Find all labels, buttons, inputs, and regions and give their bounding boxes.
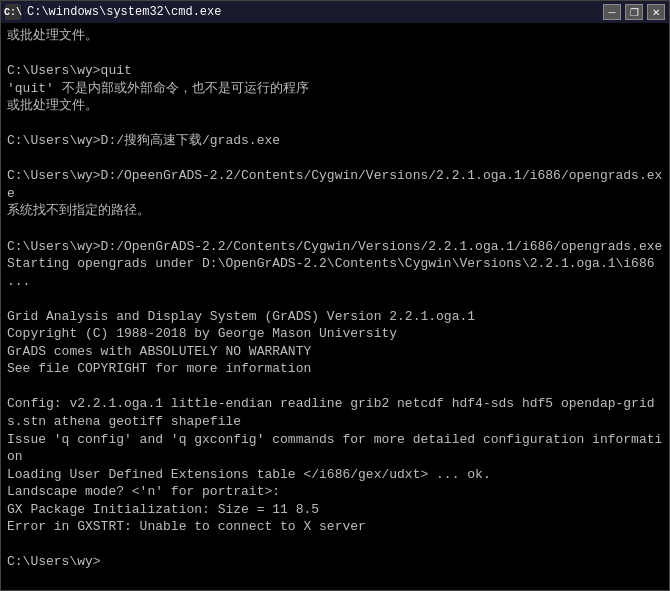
cmd-window: C:\ C:\windows\system32\cmd.exe ─ ❐ ✕ 或批…	[0, 0, 670, 591]
window-controls: ─ ❐ ✕	[603, 4, 665, 20]
title-bar: C:\ C:\windows\system32\cmd.exe ─ ❐ ✕	[1, 1, 669, 23]
console-output[interactable]: 或批处理文件。C:\Users\wy>quit'quit' 不是内部或外部命令，…	[1, 23, 669, 590]
title-bar-text: C:\windows\system32\cmd.exe	[27, 5, 603, 19]
cmd-icon: C:\	[5, 4, 21, 20]
restore-button[interactable]: ❐	[625, 4, 643, 20]
minimize-button[interactable]: ─	[603, 4, 621, 20]
close-button[interactable]: ✕	[647, 4, 665, 20]
